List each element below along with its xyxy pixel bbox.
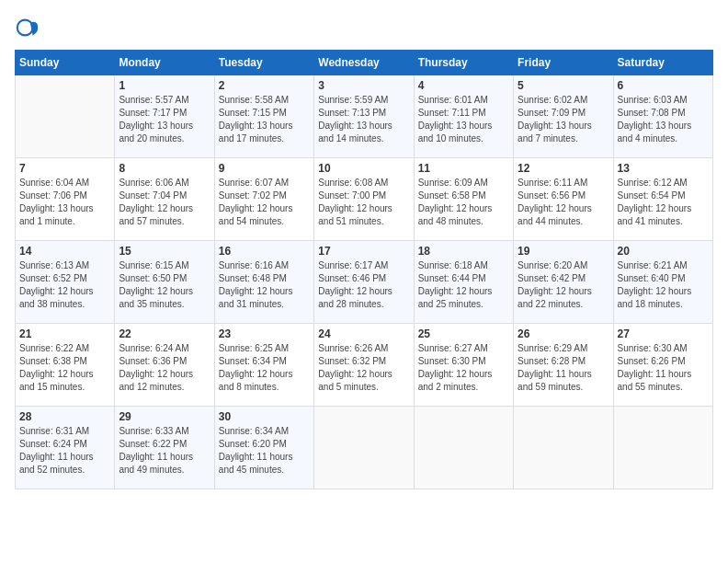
calendar-header: SundayMondayTuesdayWednesdayThursdayFrid…	[16, 51, 713, 75]
day-content: Sunrise: 6:22 AM Sunset: 6:38 PM Dayligh…	[19, 342, 110, 394]
day-content: Sunrise: 6:04 AM Sunset: 7:06 PM Dayligh…	[19, 177, 110, 228]
day-number: 23	[219, 327, 310, 340]
calendar-cell: 10Sunrise: 6:08 AM Sunset: 7:00 PM Dayli…	[314, 158, 414, 241]
week-row-5: 28Sunrise: 6:31 AM Sunset: 6:24 PM Dayli…	[16, 407, 713, 489]
day-number: 27	[618, 327, 709, 340]
day-content: Sunrise: 6:29 AM Sunset: 6:28 PM Dayligh…	[518, 342, 609, 394]
calendar-cell: 6Sunrise: 6:03 AM Sunset: 7:08 PM Daylig…	[613, 75, 712, 158]
week-row-4: 21Sunrise: 6:22 AM Sunset: 6:38 PM Dayli…	[16, 324, 713, 407]
day-content: Sunrise: 6:01 AM Sunset: 7:11 PM Dayligh…	[418, 94, 509, 145]
calendar-cell: 13Sunrise: 6:12 AM Sunset: 6:54 PM Dayli…	[613, 158, 712, 241]
calendar-cell: 22Sunrise: 6:24 AM Sunset: 6:36 PM Dayli…	[115, 324, 214, 407]
calendar-cell	[314, 407, 414, 489]
logo	[15, 15, 44, 40]
calendar-cell	[414, 407, 513, 489]
calendar-table: SundayMondayTuesdayWednesdayThursdayFrid…	[15, 50, 713, 489]
calendar-cell: 28Sunrise: 6:31 AM Sunset: 6:24 PM Dayli…	[16, 407, 115, 489]
header-day-thursday: Thursday	[414, 51, 513, 75]
calendar-cell: 4Sunrise: 6:01 AM Sunset: 7:11 PM Daylig…	[414, 75, 513, 158]
day-content: Sunrise: 6:07 AM Sunset: 7:02 PM Dayligh…	[219, 177, 310, 228]
week-row-3: 14Sunrise: 6:13 AM Sunset: 6:52 PM Dayli…	[16, 241, 713, 324]
day-number: 12	[518, 162, 609, 175]
calendar-cell: 3Sunrise: 5:59 AM Sunset: 7:13 PM Daylig…	[314, 75, 414, 158]
calendar-cell: 26Sunrise: 6:29 AM Sunset: 6:28 PM Dayli…	[514, 324, 613, 407]
day-number: 22	[119, 327, 210, 340]
day-number: 19	[518, 245, 609, 258]
page-header	[15, 15, 713, 40]
day-content: Sunrise: 6:21 AM Sunset: 6:40 PM Dayligh…	[618, 259, 709, 311]
header-day-saturday: Saturday	[613, 51, 712, 75]
calendar-cell: 1Sunrise: 5:57 AM Sunset: 7:17 PM Daylig…	[115, 75, 214, 158]
day-number: 29	[119, 410, 210, 423]
calendar-cell: 15Sunrise: 6:15 AM Sunset: 6:50 PM Dayli…	[115, 241, 214, 324]
day-number: 18	[418, 245, 509, 258]
day-content: Sunrise: 6:26 AM Sunset: 6:32 PM Dayligh…	[318, 342, 409, 394]
header-day-sunday: Sunday	[16, 51, 115, 75]
day-content: Sunrise: 6:11 AM Sunset: 6:56 PM Dayligh…	[518, 177, 609, 228]
calendar-cell: 8Sunrise: 6:06 AM Sunset: 7:04 PM Daylig…	[115, 158, 214, 241]
calendar-cell: 9Sunrise: 6:07 AM Sunset: 7:02 PM Daylig…	[214, 158, 313, 241]
day-number: 8	[119, 162, 210, 175]
calendar-cell: 18Sunrise: 6:18 AM Sunset: 6:44 PM Dayli…	[414, 241, 513, 324]
header-day-friday: Friday	[514, 51, 613, 75]
day-content: Sunrise: 6:03 AM Sunset: 7:08 PM Dayligh…	[618, 94, 709, 145]
day-content: Sunrise: 6:06 AM Sunset: 7:04 PM Dayligh…	[119, 177, 210, 228]
calendar-cell: 12Sunrise: 6:11 AM Sunset: 6:56 PM Dayli…	[514, 158, 613, 241]
day-content: Sunrise: 5:59 AM Sunset: 7:13 PM Dayligh…	[318, 94, 409, 145]
day-content: Sunrise: 6:24 AM Sunset: 6:36 PM Dayligh…	[119, 342, 210, 394]
day-number: 5	[518, 79, 609, 92]
day-content: Sunrise: 6:13 AM Sunset: 6:52 PM Dayligh…	[19, 259, 110, 311]
calendar-cell	[16, 75, 115, 158]
calendar-cell: 29Sunrise: 6:33 AM Sunset: 6:22 PM Dayli…	[115, 407, 214, 489]
calendar-cell: 23Sunrise: 6:25 AM Sunset: 6:34 PM Dayli…	[214, 324, 313, 407]
header-day-wednesday: Wednesday	[314, 51, 414, 75]
day-number: 3	[318, 79, 409, 92]
day-number: 2	[219, 79, 310, 92]
calendar-cell	[613, 407, 712, 489]
day-number: 1	[119, 79, 210, 92]
day-content: Sunrise: 6:09 AM Sunset: 6:58 PM Dayligh…	[418, 177, 509, 228]
header-day-tuesday: Tuesday	[214, 51, 313, 75]
day-number: 7	[19, 162, 110, 175]
calendar-cell: 17Sunrise: 6:17 AM Sunset: 6:46 PM Dayli…	[314, 241, 414, 324]
day-content: Sunrise: 6:31 AM Sunset: 6:24 PM Dayligh…	[19, 425, 110, 477]
calendar-cell: 5Sunrise: 6:02 AM Sunset: 7:09 PM Daylig…	[514, 75, 613, 158]
day-number: 16	[219, 245, 310, 258]
week-row-2: 7Sunrise: 6:04 AM Sunset: 7:06 PM Daylig…	[16, 158, 713, 241]
calendar-cell: 7Sunrise: 6:04 AM Sunset: 7:06 PM Daylig…	[16, 158, 115, 241]
day-number: 14	[19, 245, 110, 258]
day-number: 24	[318, 327, 409, 340]
day-content: Sunrise: 6:25 AM Sunset: 6:34 PM Dayligh…	[219, 342, 310, 394]
day-content: Sunrise: 6:02 AM Sunset: 7:09 PM Dayligh…	[518, 94, 609, 145]
calendar-cell: 16Sunrise: 6:16 AM Sunset: 6:48 PM Dayli…	[214, 241, 313, 324]
calendar-body: 1Sunrise: 5:57 AM Sunset: 7:17 PM Daylig…	[16, 75, 713, 489]
svg-point-0	[17, 20, 33, 36]
day-content: Sunrise: 5:57 AM Sunset: 7:17 PM Dayligh…	[119, 94, 210, 145]
day-content: Sunrise: 6:15 AM Sunset: 6:50 PM Dayligh…	[119, 259, 210, 311]
day-content: Sunrise: 6:12 AM Sunset: 6:54 PM Dayligh…	[618, 177, 709, 228]
day-number: 15	[119, 245, 210, 258]
day-content: Sunrise: 6:20 AM Sunset: 6:42 PM Dayligh…	[518, 259, 609, 311]
day-content: Sunrise: 6:33 AM Sunset: 6:22 PM Dayligh…	[119, 425, 210, 477]
calendar-cell: 25Sunrise: 6:27 AM Sunset: 6:30 PM Dayli…	[414, 324, 513, 407]
day-content: Sunrise: 6:16 AM Sunset: 6:48 PM Dayligh…	[219, 259, 310, 311]
day-number: 10	[318, 162, 409, 175]
day-content: Sunrise: 6:18 AM Sunset: 6:44 PM Dayligh…	[418, 259, 509, 311]
day-number: 11	[418, 162, 509, 175]
day-number: 26	[518, 327, 609, 340]
day-content: Sunrise: 6:08 AM Sunset: 7:00 PM Dayligh…	[318, 177, 409, 228]
day-content: Sunrise: 6:17 AM Sunset: 6:46 PM Dayligh…	[318, 259, 409, 311]
day-content: Sunrise: 6:27 AM Sunset: 6:30 PM Dayligh…	[418, 342, 509, 394]
day-content: Sunrise: 6:34 AM Sunset: 6:20 PM Dayligh…	[219, 425, 310, 477]
calendar-cell: 14Sunrise: 6:13 AM Sunset: 6:52 PM Dayli…	[16, 241, 115, 324]
calendar-cell: 11Sunrise: 6:09 AM Sunset: 6:58 PM Dayli…	[414, 158, 513, 241]
calendar-cell: 2Sunrise: 5:58 AM Sunset: 7:15 PM Daylig…	[214, 75, 313, 158]
calendar-cell: 27Sunrise: 6:30 AM Sunset: 6:26 PM Dayli…	[613, 324, 712, 407]
calendar-cell: 24Sunrise: 6:26 AM Sunset: 6:32 PM Dayli…	[314, 324, 414, 407]
day-number: 20	[618, 245, 709, 258]
week-row-1: 1Sunrise: 5:57 AM Sunset: 7:17 PM Daylig…	[16, 75, 713, 158]
day-number: 17	[318, 245, 409, 258]
calendar-cell: 20Sunrise: 6:21 AM Sunset: 6:40 PM Dayli…	[613, 241, 712, 324]
day-content: Sunrise: 6:30 AM Sunset: 6:26 PM Dayligh…	[618, 342, 709, 394]
day-number: 30	[219, 410, 310, 423]
